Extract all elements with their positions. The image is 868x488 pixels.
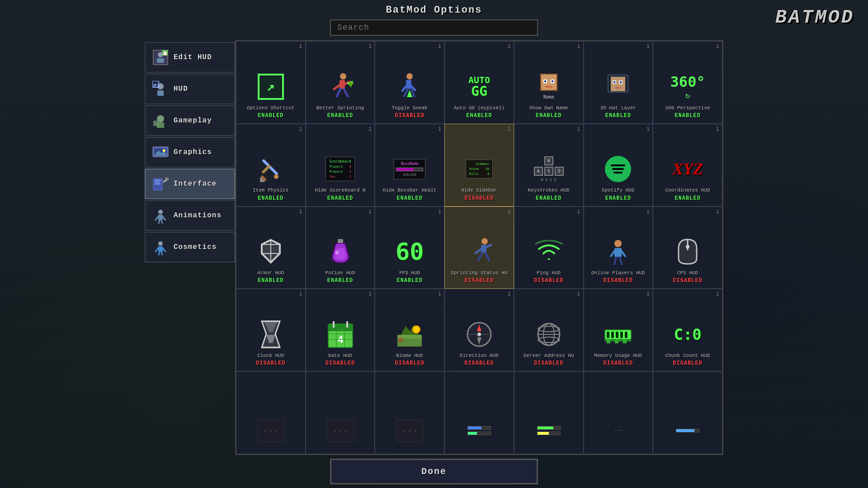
option-card-direction-hud[interactable]: i Direction HUDDISABLED bbox=[444, 289, 514, 371]
card-icon-sprinting-status bbox=[463, 236, 495, 267]
card-name-3d-hat: 3D Hat Layer bbox=[600, 105, 636, 111]
card-status-hide-sidebar: DISABLED bbox=[464, 195, 494, 202]
card-info-btn-hide-sidebar[interactable]: i bbox=[508, 126, 511, 132]
sidebar-item-graphics[interactable]: Graphics bbox=[145, 137, 235, 168]
card-name-better-sprinting: Better Sprinting bbox=[316, 105, 364, 111]
card-icon-hide-sidebar: Sidebar Score10 Kills4 bbox=[463, 153, 495, 185]
sidebar-item-cosmetics[interactable]: Cosmetics bbox=[145, 232, 235, 263]
option-card-card-r5-7[interactable] bbox=[653, 371, 722, 454]
card-info-btn-hide-scoreboard[interactable]: i bbox=[368, 126, 372, 132]
option-card-fps-hud[interactable]: i60FPS HUDENABLED bbox=[375, 206, 444, 289]
option-card-options-shortcut[interactable]: i ↗ Options ShortcutENABLED bbox=[236, 41, 306, 124]
card-info-btn-biome-hud[interactable]: i bbox=[438, 291, 441, 297]
card-status-show-own-name: ENABLED bbox=[536, 113, 561, 119]
card-icon-direction-hud bbox=[463, 319, 495, 350]
option-card-online-players[interactable]: i Online Players HUDDISABLED bbox=[584, 206, 653, 289]
option-card-keystrokes-hud[interactable]: i W A S D W A S D Keystrokes HUDENABLED bbox=[514, 124, 584, 206]
option-card-sprinting-status[interactable]: i Sprinting Status HUDISABLED bbox=[444, 206, 514, 289]
option-card-chunk-count[interactable]: iC:0Chunk Count HUDDISABLED bbox=[653, 289, 722, 371]
option-card-cps-hud[interactable]: i CPS HUDDISABLED bbox=[653, 206, 722, 289]
svg-point-43 bbox=[406, 73, 413, 80]
card-status-online-players: DISABLED bbox=[604, 277, 633, 284]
option-card-3d-hat[interactable]: i 3D Hat LayerENABLED bbox=[584, 41, 653, 124]
card-name-online-players: Online Players HUD bbox=[591, 270, 645, 276]
svg-point-119 bbox=[477, 333, 481, 336]
option-card-spotify-hud[interactable]: i Spotify HUDENABLED bbox=[584, 124, 653, 206]
option-card-card-r5-6[interactable]: ··· bbox=[584, 371, 653, 454]
sidebar-item-gameplay[interactable]: Gameplay bbox=[145, 105, 235, 136]
option-card-biome-hud[interactable]: i Biome HUDDISABLED bbox=[375, 289, 444, 371]
card-name-date-hud: Date HUD bbox=[328, 353, 352, 359]
option-card-date-hud[interactable]: i 4 Date HUDDISABLED bbox=[306, 289, 375, 371]
card-info-btn-item-physics[interactable]: i bbox=[299, 126, 302, 132]
option-card-item-physics[interactable]: i Item PhysicsENABLED bbox=[236, 124, 306, 206]
card-info-btn-memory-usage[interactable]: i bbox=[646, 291, 650, 297]
edit-hud-icon: 📋 bbox=[152, 49, 169, 66]
option-card-hide-sidebar[interactable]: i Sidebar Score10 Kills4 Hide SidebarDIS… bbox=[444, 124, 514, 206]
option-card-show-own-name[interactable]: i Name Show Own NameENABLED bbox=[514, 41, 584, 124]
option-card-card-r5-1[interactable]: ··· bbox=[236, 371, 306, 454]
option-card-potion-hud[interactable]: i Potion HUDENABLED bbox=[306, 206, 375, 289]
option-card-clock-hud[interactable]: i Clock HUDDISABLED bbox=[236, 289, 306, 371]
card-info-btn-show-own-name[interactable]: i bbox=[577, 43, 580, 50]
option-card-better-sprinting[interactable]: i Better SprintingENABLED bbox=[306, 41, 375, 124]
card-info-btn-sprinting-status[interactable]: i bbox=[508, 209, 511, 215]
card-info-btn-keystrokes-hud[interactable]: i bbox=[577, 126, 580, 132]
card-status-spotify-hud: ENABLED bbox=[605, 195, 631, 202]
card-info-btn-hide-bossbar[interactable]: i bbox=[438, 126, 441, 132]
card-icon-coordinates-hud: XYZ bbox=[672, 153, 703, 185]
option-card-hide-scoreboard[interactable]: i Scoreboard Player18 Player25 You3 Hide… bbox=[306, 124, 375, 206]
card-name-memory-usage: Memory Usage HUD bbox=[594, 353, 642, 359]
card-info-btn-coordinates-hud[interactable]: i bbox=[716, 126, 719, 132]
svg-line-47 bbox=[404, 89, 408, 96]
option-card-coordinates-hud[interactable]: iXYZCoordinates HUDENABLED bbox=[653, 124, 722, 206]
option-card-card-r5-4[interactable] bbox=[444, 371, 514, 454]
option-card-ping-hud[interactable]: i Ping HUDDISABLED bbox=[514, 206, 584, 289]
card-info-btn-options-shortcut[interactable]: i bbox=[299, 43, 302, 50]
card-info-btn-better-sprinting[interactable]: i bbox=[368, 43, 372, 50]
card-info-btn-armor-hud[interactable]: i bbox=[299, 209, 302, 215]
card-info-btn-server-address[interactable]: i bbox=[577, 291, 580, 297]
option-card-card-r5-3[interactable]: ··· bbox=[375, 371, 444, 454]
card-info-btn-cps-hud[interactable]: i bbox=[716, 209, 719, 215]
svg-point-123 bbox=[538, 326, 560, 332]
hud-icon bbox=[152, 80, 169, 98]
card-info-btn-date-hud[interactable]: i bbox=[368, 291, 372, 297]
svg-rect-134 bbox=[623, 339, 627, 343]
sidebar: 📋 Edit HUD HUD bbox=[145, 40, 235, 455]
card-info-btn-360-perspective[interactable]: i bbox=[716, 43, 719, 50]
sidebar-item-interface[interactable]: Interface bbox=[145, 169, 235, 199]
card-info-btn-clock-hud[interactable]: i bbox=[299, 291, 302, 297]
card-info-btn-spotify-hud[interactable]: i bbox=[646, 126, 650, 132]
card-icon-card-r5-5 bbox=[533, 415, 565, 446]
card-info-btn-direction-hud[interactable]: i bbox=[508, 291, 511, 297]
card-info-btn-fps-hud[interactable]: i bbox=[438, 209, 441, 215]
card-info-btn-toggle-sneak[interactable]: i bbox=[438, 43, 441, 50]
option-card-memory-usage[interactable]: i Memory Usage HUDDISABLED bbox=[584, 289, 653, 371]
option-card-server-address[interactable]: i Server Address HUDISABLED bbox=[514, 289, 584, 371]
option-card-auto-gg[interactable]: i AUTO GG Auto GG (Hypixel)ENABLED bbox=[444, 41, 514, 124]
animations-label: Animations bbox=[174, 211, 222, 220]
search-input[interactable] bbox=[330, 19, 538, 36]
card-info-btn-3d-hat[interactable]: i bbox=[646, 43, 650, 50]
cosmetics-label: Cosmetics bbox=[174, 243, 217, 251]
sidebar-item-hud[interactable]: HUD bbox=[145, 74, 235, 104]
option-card-armor-hud[interactable]: i Armor HUDENABLED bbox=[236, 206, 306, 289]
card-info-btn-ping-hud[interactable]: i bbox=[577, 209, 580, 215]
done-button[interactable]: Done bbox=[330, 459, 538, 484]
option-card-toggle-sneak[interactable]: i Toggle SneakDISABLED bbox=[375, 41, 444, 124]
card-info-btn-auto-gg[interactable]: i bbox=[508, 43, 511, 50]
option-card-card-r5-5[interactable] bbox=[514, 371, 584, 454]
svg-line-82 bbox=[486, 245, 491, 248]
option-card-hide-bossbar[interactable]: i BossName 255/255 Hide Bossbar HealtENA… bbox=[375, 124, 444, 206]
card-info-btn-chunk-count[interactable]: i bbox=[716, 291, 719, 297]
card-name-keystrokes-hud: Keystrokes HUD bbox=[528, 188, 569, 193]
option-card-card-r5-2[interactable]: ··· bbox=[306, 371, 375, 454]
card-info-btn-potion-hud[interactable]: i bbox=[368, 209, 372, 215]
card-icon-options-shortcut: ↗ bbox=[255, 71, 287, 103]
option-card-360-perspective[interactable]: i 360° ↻ 360 PerspectiveENABLED bbox=[653, 41, 722, 124]
sidebar-item-edit-hud[interactable]: 📋 Edit HUD bbox=[145, 42, 235, 73]
card-info-btn-online-players[interactable]: i bbox=[646, 209, 650, 215]
sidebar-item-animations[interactable]: Animations bbox=[145, 200, 235, 231]
svg-line-26 bbox=[163, 216, 165, 220]
